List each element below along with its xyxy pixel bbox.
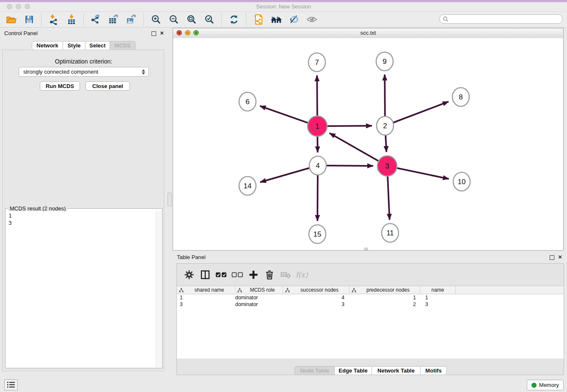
home-button[interactable]	[267, 13, 285, 26]
export-network-button[interactable]	[87, 13, 105, 26]
float-panel-icon[interactable]	[550, 255, 554, 260]
mcds-result-text[interactable]: 1 3	[6, 211, 156, 367]
column-header-predecessor-nodes[interactable]: predecessor nodes	[350, 286, 420, 294]
column-header-name[interactable]: name	[420, 286, 456, 294]
graph-edge-2-3[interactable]	[385, 134, 386, 152]
table-settings-button[interactable]	[181, 267, 197, 282]
criterion-select[interactable]: strongly connected component	[19, 67, 149, 77]
new-network-file-button[interactable]	[250, 13, 267, 26]
delete-column-button[interactable]	[261, 267, 278, 282]
graph-node-15[interactable]: 15	[309, 225, 326, 243]
table-panel: Table Panel ×	[173, 252, 567, 376]
table-row[interactable]: 3dominator323	[177, 301, 564, 308]
view-resize-grip[interactable]	[364, 248, 368, 250]
zoom-selected-button[interactable]	[201, 13, 218, 26]
checked-boxes-icon	[215, 272, 227, 278]
result-line: 3	[8, 219, 156, 226]
table-cell: 1	[350, 295, 420, 301]
graph-node-6[interactable]: 6	[239, 92, 256, 111]
export-image-button[interactable]	[123, 13, 140, 26]
select-all-button[interactable]	[213, 267, 229, 282]
tab-select[interactable]: Select	[85, 41, 110, 50]
graph-edge-3-10[interactable]	[396, 168, 449, 179]
graph-node-4[interactable]: 4	[309, 156, 326, 175]
function-builder-button[interactable]: f(x)	[294, 267, 310, 282]
graph-node-9[interactable]: 9	[376, 52, 393, 71]
graph-node-14[interactable]: 14	[239, 177, 256, 195]
column-header-successor-nodes[interactable]: successor nodes	[283, 286, 350, 294]
network-canvas[interactable]: 7968124314101511	[173, 38, 563, 250]
import-table-button[interactable]	[63, 13, 80, 26]
search-box[interactable]	[439, 14, 563, 24]
tab-network[interactable]: Network	[32, 41, 63, 50]
search-input[interactable]	[449, 15, 562, 23]
table-cell: 1	[420, 295, 456, 301]
search-icon	[443, 16, 449, 22]
eye-icon	[306, 15, 318, 24]
graph-edge-3-11[interactable]	[388, 175, 390, 220]
float-panel-icon[interactable]	[151, 31, 156, 36]
graph-node-7[interactable]: 7	[308, 53, 325, 72]
hide-graphics-details-button[interactable]	[285, 13, 303, 26]
trash-icon	[265, 270, 274, 280]
import-network-button[interactable]	[45, 13, 63, 26]
open-session-button[interactable]	[3, 13, 20, 26]
delete-table-button[interactable]	[278, 267, 294, 282]
tab-style[interactable]: Style	[63, 41, 85, 50]
control-panel: Control Panel × Network Style Select MCD…	[0, 28, 167, 373]
graph-node-11[interactable]: 11	[382, 224, 399, 242]
close-panel-icon[interactable]: ×	[558, 253, 562, 261]
table-rows: 1dominator4113dominator323	[177, 294, 564, 308]
graph-node-1[interactable]: 1	[308, 116, 327, 136]
show-eye-button[interactable]	[303, 13, 321, 26]
zoom-in-icon	[151, 14, 162, 25]
table-row[interactable]: 1dominator411	[177, 294, 564, 301]
export-table-button[interactable]	[105, 13, 123, 26]
fx-icon: f(x)	[295, 271, 308, 279]
tab-network-table[interactable]: Network Table	[372, 366, 421, 375]
table-cell: dominator	[235, 295, 283, 301]
graph-edge-2-8[interactable]	[393, 102, 449, 123]
graph-node-8[interactable]: 8	[452, 88, 469, 106]
column-header-shared-name[interactable]: shared name	[177, 286, 235, 294]
save-session-button[interactable]	[20, 13, 38, 26]
tab-motifs[interactable]: Motifs	[421, 366, 447, 375]
task-history-button[interactable]	[4, 379, 18, 390]
zoom-fit-button[interactable]	[183, 13, 201, 26]
graph-edge-1-2[interactable]	[327, 126, 372, 126]
zoom-in-button[interactable]	[147, 13, 165, 26]
run-mcds-button[interactable]: Run MCDS	[40, 81, 80, 91]
graph-edge-1-7[interactable]	[317, 75, 317, 117]
close-panel-button[interactable]: Close panel	[85, 81, 130, 91]
add-column-button[interactable]	[245, 267, 261, 282]
result-scrollbar[interactable]	[156, 211, 162, 367]
network-graph[interactable]: 7968124314101511	[173, 38, 563, 250]
tab-edge-table[interactable]: Edge Table	[335, 366, 372, 375]
memory-button[interactable]: Memory	[527, 380, 564, 390]
show-column-panel-button[interactable]	[197, 267, 213, 282]
column-header-mcds-role[interactable]: MCDS role	[235, 286, 283, 294]
network-window-titlebar[interactable]: × − + scc.txt	[173, 28, 563, 39]
refresh-button[interactable]	[225, 13, 243, 26]
zoom-out-button[interactable]	[165, 13, 183, 26]
graph-edge-4-3[interactable]	[326, 166, 373, 166]
graph-edge-4-15[interactable]	[317, 174, 318, 221]
save-floppy-icon	[24, 14, 34, 25]
graph-node-3[interactable]: 3	[377, 156, 397, 176]
graph-node-label: 6	[245, 98, 249, 106]
memory-label: Memory	[539, 382, 559, 388]
graph-edge-3-1[interactable]	[330, 133, 379, 161]
zoom-selected-icon	[204, 14, 215, 25]
mcds-result-title: MCDS result (2 nodes)	[8, 205, 67, 212]
graph-node-10[interactable]: 10	[453, 172, 470, 191]
graph-edge-4-14[interactable]	[260, 168, 310, 182]
graph-node-2[interactable]: 2	[377, 116, 394, 135]
tab-mcds[interactable]: MCDS	[110, 41, 135, 50]
tab-node-table[interactable]: Node Table	[295, 366, 335, 375]
graph-edge-1-6[interactable]	[260, 106, 308, 123]
import-network-icon	[48, 14, 59, 25]
panel-split-grip[interactable]	[168, 193, 172, 206]
graph-edge-2-9[interactable]	[385, 75, 385, 117]
close-panel-icon[interactable]: ×	[160, 29, 164, 37]
deselect-all-button[interactable]	[229, 267, 245, 282]
